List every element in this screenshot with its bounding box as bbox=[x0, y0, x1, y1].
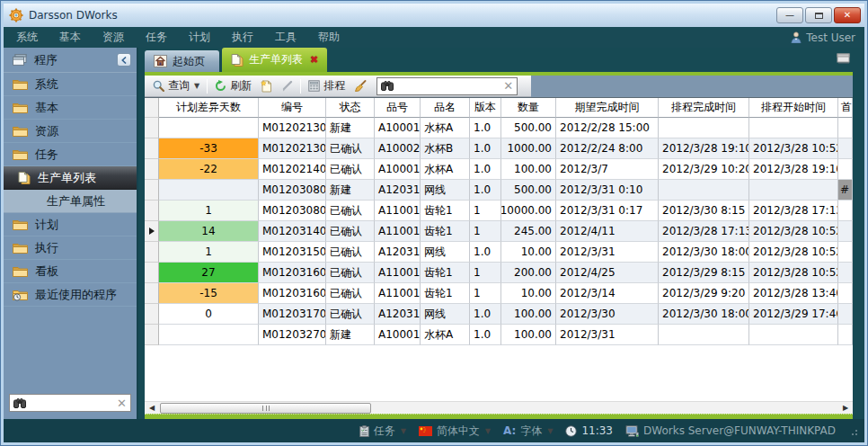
table-cell[interactable]: 齿轮1 bbox=[421, 201, 470, 221]
table-cell[interactable]: 500.00 bbox=[501, 118, 556, 138]
table-cell[interactable]: 2012/3/30 18:00 bbox=[659, 242, 749, 263]
table-cell[interactable]: 100.00 bbox=[501, 159, 556, 180]
row-header-cell[interactable] bbox=[145, 221, 159, 242]
table-cell[interactable]: 2012/3/31 bbox=[556, 242, 659, 263]
table-cell[interactable]: 2012/3/30 8:15 bbox=[659, 201, 749, 221]
table-cell[interactable]: 1 bbox=[470, 263, 501, 283]
table-cell[interactable]: A10001 bbox=[375, 118, 421, 138]
table-cell[interactable]: 水杯A bbox=[421, 159, 470, 180]
table-cell[interactable]: 14 bbox=[159, 221, 259, 242]
table-cell[interactable]: M012031501 bbox=[259, 242, 326, 263]
table-cell[interactable]: 齿轮1 bbox=[421, 263, 470, 283]
table-cell-partial[interactable] bbox=[838, 242, 853, 263]
status-server[interactable]: DWorks Server@FUNWAY-THINKPAD bbox=[625, 424, 836, 437]
status-task-dropdown[interactable]: 任务 ▼ bbox=[359, 424, 406, 439]
table-cell-partial[interactable] bbox=[838, 201, 853, 221]
row-header-cell[interactable] bbox=[145, 118, 159, 138]
table-row[interactable]: 27M012031601已确认A11001齿轮11200.002012/4/25… bbox=[145, 263, 853, 283]
table-cell[interactable]: M012021301 bbox=[259, 118, 326, 138]
menu-item-2[interactable]: 资源 bbox=[102, 30, 124, 45]
table-cell[interactable]: 100.00 bbox=[501, 325, 556, 345]
table-cell[interactable] bbox=[659, 118, 749, 138]
menu-item-0[interactable]: 系统 bbox=[16, 30, 38, 45]
table-cell[interactable]: 已确认 bbox=[326, 242, 375, 263]
table-row[interactable]: -15M012031602已确认A11001齿轮1110.002012/3/14… bbox=[145, 283, 853, 304]
table-cell[interactable]: 2012/3/31 bbox=[556, 325, 659, 345]
column-header[interactable]: 状态 bbox=[326, 98, 375, 118]
table-cell[interactable]: 水杯A bbox=[421, 325, 470, 345]
table-cell[interactable]: M012021302 bbox=[259, 138, 326, 159]
table-cell[interactable]: 2012/3/31 0:17 bbox=[556, 201, 659, 221]
table-cell[interactable] bbox=[749, 180, 838, 201]
table-cell[interactable]: 2012/3/29 8:15 bbox=[659, 263, 749, 283]
table-cell[interactable]: 2012/3/30 bbox=[556, 304, 659, 325]
table-cell[interactable]: 200.00 bbox=[501, 263, 556, 283]
table-cell[interactable]: A10002 bbox=[375, 138, 421, 159]
table-cell[interactable]: 1 bbox=[159, 201, 259, 221]
column-header[interactable]: 编号 bbox=[259, 98, 326, 118]
table-cell[interactable]: 2012/2/28 15:00 bbox=[556, 118, 659, 138]
table-row[interactable]: M012030801新建A12031网线1.0500.002012/3/31 0… bbox=[145, 180, 853, 201]
horizontal-scrollbar[interactable]: ◀ ▶ bbox=[145, 401, 853, 414]
table-cell-partial[interactable] bbox=[838, 118, 853, 138]
row-header-cell[interactable] bbox=[145, 283, 159, 304]
row-header-cell[interactable] bbox=[145, 263, 159, 283]
table-cell[interactable]: A10001 bbox=[375, 159, 421, 180]
table-cell[interactable]: 已确认 bbox=[326, 283, 375, 304]
table-cell[interactable]: 已确认 bbox=[326, 201, 375, 221]
table-cell[interactable] bbox=[159, 325, 259, 345]
table-cell[interactable]: 2012/4/11 bbox=[556, 221, 659, 242]
table-cell[interactable]: A12031 bbox=[375, 180, 421, 201]
sidebar-search-box[interactable]: ✕ bbox=[9, 394, 131, 412]
table-cell-partial[interactable] bbox=[838, 263, 853, 283]
sidebar-item[interactable]: 看板 bbox=[4, 260, 137, 283]
table-cell-partial[interactable] bbox=[838, 283, 853, 304]
tab-active[interactable]: 生产单列表✖ bbox=[222, 48, 327, 72]
table-cell[interactable]: 已确认 bbox=[326, 304, 375, 325]
table-row[interactable]: M012032701新建A10001水杯A1.0100.002012/3/31 bbox=[145, 325, 853, 345]
row-header-cell[interactable] bbox=[145, 201, 159, 221]
table-cell[interactable]: 1 bbox=[470, 201, 501, 221]
title-bar[interactable]: Darsson DWorks — ✕ bbox=[4, 4, 864, 27]
table-cell-partial[interactable] bbox=[838, 221, 853, 242]
new-button[interactable] bbox=[256, 78, 277, 94]
table-cell[interactable]: -33 bbox=[159, 138, 259, 159]
table-cell-partial[interactable] bbox=[838, 159, 853, 180]
table-cell[interactable]: 新建 bbox=[326, 180, 375, 201]
row-header-cell[interactable] bbox=[145, 304, 159, 325]
table-cell[interactable]: 2012/3/28 17:13 bbox=[659, 221, 749, 242]
sidebar-item[interactable]: 执行 bbox=[4, 236, 137, 260]
table-cell[interactable]: 1 bbox=[159, 242, 259, 263]
table-cell[interactable]: 2012/3/28 10:52 bbox=[749, 242, 838, 263]
table-cell[interactable]: M012031602 bbox=[259, 283, 326, 304]
table-cell[interactable]: 1000.00 bbox=[501, 138, 556, 159]
table-row[interactable]: -22M012021401已确认A10001水杯A1.0100.002012/3… bbox=[145, 159, 853, 180]
float-window-icon[interactable] bbox=[837, 53, 851, 65]
scrollbar-thumb[interactable] bbox=[160, 403, 371, 414]
table-cell-partial[interactable] bbox=[838, 325, 853, 345]
table-cell[interactable]: 1 bbox=[470, 221, 501, 242]
menu-item-6[interactable]: 工具 bbox=[275, 30, 297, 45]
toolbar-search-input[interactable] bbox=[396, 80, 500, 93]
table-cell-partial[interactable]: # bbox=[838, 180, 853, 201]
table-cell[interactable]: 齿轮1 bbox=[421, 283, 470, 304]
table-cell[interactable]: 2012/3/28 10:52 bbox=[749, 138, 838, 159]
table-cell[interactable]: -15 bbox=[159, 283, 259, 304]
table-cell[interactable]: 已确认 bbox=[326, 138, 375, 159]
table-cell[interactable]: 2012/3/28 13:40 bbox=[749, 283, 838, 304]
column-header-partial[interactable]: 首 bbox=[838, 98, 853, 118]
table-cell[interactable]: M012021401 bbox=[259, 159, 326, 180]
table-row[interactable]: M012021301新建A10001水杯A1.0500.002012/2/28 … bbox=[145, 118, 853, 138]
table-cell[interactable]: 0 bbox=[159, 304, 259, 325]
table-cell[interactable]: M012031601 bbox=[259, 263, 326, 283]
table-cell[interactable]: 2012/3/28 19:10 bbox=[749, 159, 838, 180]
table-cell[interactable]: 500.00 bbox=[501, 180, 556, 201]
table-cell[interactable]: 新建 bbox=[326, 118, 375, 138]
table-row[interactable]: 0M012031701已确认A12031网线1.0100.002012/3/30… bbox=[145, 304, 853, 325]
table-cell[interactable]: M012030801 bbox=[259, 180, 326, 201]
user-indicator[interactable]: Test User bbox=[791, 31, 855, 44]
column-header[interactable]: 版本 bbox=[470, 98, 501, 118]
tab-close-icon[interactable]: ✖ bbox=[310, 54, 318, 66]
table-cell[interactable]: 2012/4/25 bbox=[556, 263, 659, 283]
table-cell-partial[interactable] bbox=[838, 304, 853, 325]
